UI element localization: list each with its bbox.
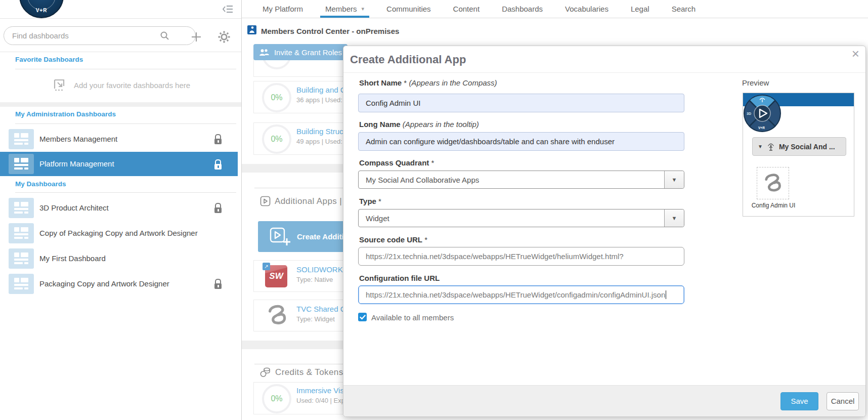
svg-text:V+R: V+R (758, 126, 765, 130)
logo-vr-label: V+R (20, 8, 63, 13)
ds-logo-icon (762, 173, 784, 194)
usage-circle: 0% (262, 83, 291, 112)
favorites-divider (15, 69, 236, 69)
long-name-label: Long Name (Appears in the tooltip) (359, 120, 479, 129)
sidebar-item-platform-management[interactable]: Platform Management (0, 152, 238, 176)
save-button[interactable]: Save (780, 392, 818, 410)
sidebar-search-divider (0, 52, 241, 52)
app-type: Type: Widget (296, 315, 335, 323)
dashboard-tile-icon (9, 154, 34, 174)
lock-icon (214, 139, 222, 144)
dashboard-tile-icon (9, 198, 34, 218)
sidebar-top-divider (0, 18, 241, 19)
dashboard-tile-icon (9, 223, 34, 243)
available-checkbox[interactable] (358, 313, 367, 321)
lock-icon (214, 164, 222, 170)
preview-quadrant-button[interactable]: ▼ My Social And ... (752, 137, 846, 156)
svg-text:3D: 3D (747, 112, 751, 115)
modal-header-divider (343, 72, 865, 73)
tab-legal[interactable]: Legal (630, 0, 650, 18)
3dexperience-compass-logo[interactable]: V+R (19, 0, 64, 18)
preview-app-caption: Config Admin UI (750, 202, 797, 209)
members-control-center-icon (247, 25, 256, 34)
tab-members[interactable]: Members ▾ (324, 0, 365, 18)
admin-dashboards-heading: My Administration Dashboards (15, 110, 116, 118)
close-icon[interactable]: × (852, 47, 859, 60)
my-dashboards-heading: My Dashboards (15, 180, 66, 188)
add-dashboard-icon[interactable] (191, 32, 201, 42)
share-badge-icon: ↗ (263, 263, 270, 270)
search-icon[interactable] (160, 31, 170, 41)
credits-tokens-section-header: Credits & Tokens | (260, 367, 349, 377)
tab-search[interactable]: Search (671, 0, 697, 18)
invite-grant-roles-button[interactable]: Invite & Grant Roles (253, 44, 348, 60)
sidebar-item-members-management[interactable]: Members Management (0, 128, 238, 151)
short-name-field[interactable]: Config Admin UI (358, 94, 684, 112)
cancel-button[interactable]: Cancel (827, 392, 859, 410)
lock-icon (214, 207, 222, 213)
preview-app-slot (757, 167, 789, 199)
favorites-empty-hint: Add your favorite dashboards here (53, 75, 190, 95)
admin-divider (15, 123, 236, 124)
license-title-link[interactable]: Building Struct (296, 127, 345, 136)
modal-footer: Save Cancel (343, 385, 865, 416)
sidebar-item-copy-packaging[interactable]: Copy of Packaging Copy and Artwork Desig… (0, 222, 238, 245)
compass-quadrant-label: Compass Quadrant * (359, 158, 434, 167)
compass-icon: 3D V+R (743, 94, 782, 133)
tab-communities[interactable]: Communities (385, 0, 432, 18)
sidebar-section-band (0, 102, 241, 107)
source-url-field[interactable]: https://21x.technia.net/3dspace/webapps/… (358, 247, 684, 266)
sidebar-item-3d-product-architect[interactable]: 3D Product Architect (0, 196, 238, 220)
short-name-label: Short Name * (Appears in the Compass) (359, 78, 497, 87)
credit-title-link[interactable]: Immersive Visu (296, 386, 348, 395)
license-title-link[interactable]: Building and C (296, 86, 346, 94)
compass-quadrant-select[interactable]: My Social And Collaborative Apps ▼ (358, 171, 684, 189)
top-navigation: My Platform Members ▾ Communities Conten… (242, 0, 868, 18)
type-select[interactable]: Widget ▼ (358, 209, 684, 227)
tab-dashboards[interactable]: Dashboards (501, 0, 544, 18)
available-checkbox-label[interactable]: Available to all members (371, 313, 454, 322)
type-label: Type * (359, 197, 381, 205)
dashboard-tile-icon (9, 129, 34, 149)
long-name-field[interactable]: Admin can configure widget/dashboards/ta… (358, 132, 684, 151)
dashboard-tile-icon (9, 274, 34, 294)
license-sub: 49 apps | Used: 0/ (296, 138, 350, 145)
coins-icon (260, 367, 271, 377)
config-url-field[interactable]: https://21x.technia.net/3dspace/webapps/… (358, 285, 684, 304)
my-dashboards-divider (15, 192, 236, 193)
sidebar-item-packaging-designer[interactable]: Packaging Copy and Artwork Designer (0, 272, 238, 296)
tab-content[interactable]: Content (452, 0, 481, 18)
app-title-link[interactable]: SOLIDWORKS (296, 265, 348, 274)
favorites-empty-text: Add your favorite dashboards here (74, 81, 190, 90)
page-title: Members Control Center - onPremises (261, 27, 399, 35)
antenna-icon (767, 142, 775, 151)
sidebar: V+R Favorite Dashboards (0, 0, 242, 420)
create-additional-app-modal: Create Additional App × Short Name * (Ap… (343, 46, 866, 417)
dropdown-arrow-icon: ▼ (758, 144, 763, 149)
preview-heading: Preview (742, 78, 769, 87)
lock-icon (214, 283, 222, 289)
favorites-heading: Favorite Dashboards (15, 56, 83, 63)
text-cursor (666, 290, 666, 299)
usage-circle: 0% (262, 124, 291, 154)
dropdown-arrow-icon[interactable]: ▼ (664, 209, 684, 227)
dropdown-arrow-icon[interactable]: ▼ (664, 171, 684, 188)
additional-apps-section-header: Additional Apps | C (260, 196, 351, 206)
check-icon (360, 315, 366, 320)
gear-icon[interactable] (218, 30, 231, 44)
tab-my-platform[interactable]: My Platform (262, 0, 304, 18)
preview-quadrant-label: My Social And ... (779, 143, 835, 151)
add-favorite-icon (53, 78, 68, 92)
chevron-down-icon: ▾ (362, 6, 365, 12)
app-type: Type: Native (296, 276, 333, 283)
dashboard-tile-icon (9, 248, 34, 269)
collapse-panel-icon[interactable] (223, 4, 234, 14)
source-url-label: Source code URL * (359, 235, 427, 244)
license-sub: 36 apps | Used: 0/ (296, 96, 350, 104)
app-title-link[interactable]: TVC Shared C (296, 305, 346, 313)
config-url-label: Configuration file URL (359, 274, 440, 282)
preview-panel: 3D V+R ▼ My Social And ... Config (743, 93, 854, 217)
play-square-icon (260, 196, 271, 206)
sidebar-item-my-first-dashboard[interactable]: My First Dashboard (0, 247, 238, 270)
tab-vocabularies[interactable]: Vocabularies (564, 0, 610, 18)
